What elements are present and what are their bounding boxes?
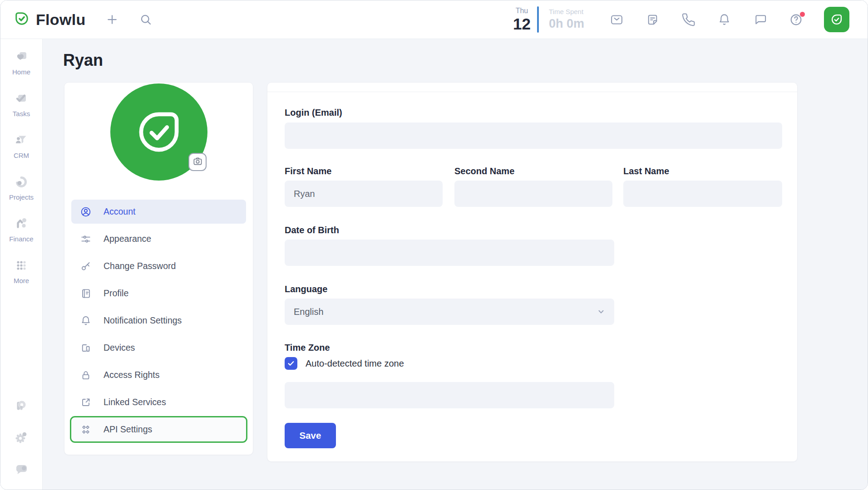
user-avatar[interactable] bbox=[824, 7, 849, 32]
help-alert-dot bbox=[800, 12, 805, 17]
menu-item-access-rights[interactable]: Access Rights bbox=[71, 363, 246, 387]
second-name-input[interactable] bbox=[454, 181, 612, 207]
flowlu-logo-icon bbox=[12, 9, 31, 30]
more-grid-icon bbox=[14, 258, 29, 275]
login-email-label: Login (Email) bbox=[285, 108, 342, 118]
profile-settings-panel: Account Appearance Change Password bbox=[64, 82, 253, 455]
mail-icon[interactable] bbox=[610, 13, 624, 27]
sidebar-item-label: Projects bbox=[9, 193, 34, 201]
home-icon bbox=[14, 49, 29, 66]
time-zone-input[interactable] bbox=[285, 382, 614, 408]
calendar-day-number: 12 bbox=[513, 16, 531, 32]
save-button[interactable]: Save bbox=[285, 423, 336, 448]
chat-icon[interactable] bbox=[753, 13, 767, 27]
menu-item-devices[interactable]: Devices bbox=[71, 336, 246, 360]
sidebar-item-label: Tasks bbox=[13, 110, 30, 118]
sidebar-item-tasks[interactable]: Tasks bbox=[13, 91, 30, 118]
bell-icon bbox=[80, 315, 92, 327]
date-of-birth-input[interactable] bbox=[285, 240, 614, 266]
menu-item-appearance[interactable]: Appearance bbox=[71, 227, 246, 251]
second-name-label: Second Name bbox=[454, 166, 514, 176]
external-link-icon bbox=[80, 397, 92, 408]
sliders-icon bbox=[80, 233, 92, 245]
change-photo-button[interactable] bbox=[188, 153, 207, 171]
menu-item-profile[interactable]: Profile bbox=[71, 281, 246, 305]
menu-item-api-settings[interactable]: API Settings bbox=[71, 417, 246, 441]
api-nodes-icon bbox=[80, 424, 92, 436]
brand[interactable]: Flowlu bbox=[12, 9, 85, 30]
menu-item-linked-services[interactable]: Linked Services bbox=[71, 390, 246, 414]
search-icon[interactable] bbox=[139, 13, 153, 26]
key-icon bbox=[80, 260, 92, 272]
camera-icon bbox=[192, 156, 203, 169]
tasks-icon bbox=[14, 91, 29, 108]
page-title: Ryan bbox=[63, 51, 103, 70]
finance-icon bbox=[14, 216, 29, 233]
time-zone-label: Time Zone bbox=[285, 343, 330, 353]
auto-timezone-row: Auto-detected time zone bbox=[285, 357, 404, 370]
account-icon bbox=[80, 206, 92, 218]
first-name-input[interactable] bbox=[285, 181, 443, 207]
auto-timezone-checkbox-label: Auto-detected time zone bbox=[306, 358, 404, 369]
login-email-input[interactable] bbox=[285, 122, 782, 149]
sidebar-item-label: CRM bbox=[14, 152, 29, 159]
time-spent-label: Time Spent bbox=[549, 8, 584, 16]
auto-timezone-checkbox[interactable] bbox=[285, 357, 297, 370]
content-area: Ryan Account bbox=[43, 39, 868, 490]
time-spent[interactable]: Time Spent 0h 0m bbox=[549, 8, 584, 31]
help-icon[interactable] bbox=[789, 13, 803, 27]
date-of-birth-label: Date of Birth bbox=[285, 225, 339, 235]
sidebar-item-home[interactable]: Home bbox=[12, 49, 30, 76]
devices-icon bbox=[80, 342, 92, 354]
partner-app-icon[interactable] bbox=[13, 397, 30, 414]
notifications-bell-icon[interactable] bbox=[717, 13, 731, 27]
language-select[interactable]: English bbox=[285, 299, 614, 325]
last-name-input[interactable] bbox=[623, 181, 782, 207]
last-name-label: Last Name bbox=[623, 166, 669, 176]
language-label: Language bbox=[285, 284, 327, 294]
sidebar-item-more[interactable]: More bbox=[14, 258, 29, 284]
feedback-bubble-icon[interactable] bbox=[13, 461, 30, 478]
account-form-panel: Login (Email) First Name Second Name Las… bbox=[267, 82, 798, 462]
sidebar-item-label: Home bbox=[12, 68, 30, 76]
sidebar-item-label: Finance bbox=[9, 235, 33, 243]
calendar-day-label: Thu bbox=[516, 7, 528, 15]
profile-book-icon bbox=[80, 288, 92, 299]
add-button[interactable] bbox=[105, 13, 119, 26]
crm-icon bbox=[14, 132, 29, 150]
sidebar-item-label: More bbox=[14, 277, 29, 284]
phone-icon[interactable] bbox=[681, 13, 695, 27]
projects-icon bbox=[14, 174, 29, 191]
topbar: Flowlu Thu 12 Time Spent 0h 0m bbox=[0, 0, 868, 39]
menu-item-account[interactable]: Account bbox=[71, 200, 246, 224]
language-selected-value: English bbox=[294, 307, 324, 317]
calendar-date[interactable]: Thu 12 bbox=[513, 7, 531, 32]
app-sidebar: Home Tasks CRM Projects Finance bbox=[0, 39, 43, 490]
time-spent-value: 0h 0m bbox=[549, 17, 584, 31]
brand-name: Flowlu bbox=[36, 11, 85, 29]
settings-gear-icon[interactable] bbox=[13, 429, 30, 446]
notes-icon[interactable] bbox=[646, 13, 660, 27]
app-window: Flowlu Thu 12 Time Spent 0h 0m bbox=[0, 0, 868, 490]
sidebar-item-crm[interactable]: CRM bbox=[14, 132, 29, 159]
menu-item-notification-settings[interactable]: Notification Settings bbox=[71, 309, 246, 333]
settings-menu: Account Appearance Change Password bbox=[71, 200, 246, 445]
lock-icon bbox=[80, 369, 92, 381]
chevron-down-icon bbox=[597, 308, 605, 316]
sidebar-item-projects[interactable]: Projects bbox=[9, 174, 34, 201]
first-name-label: First Name bbox=[285, 166, 331, 176]
card-header-divider bbox=[267, 92, 797, 92]
topbar-divider bbox=[537, 6, 539, 33]
menu-item-change-password[interactable]: Change Password bbox=[71, 254, 246, 278]
sidebar-item-finance[interactable]: Finance bbox=[9, 216, 33, 243]
